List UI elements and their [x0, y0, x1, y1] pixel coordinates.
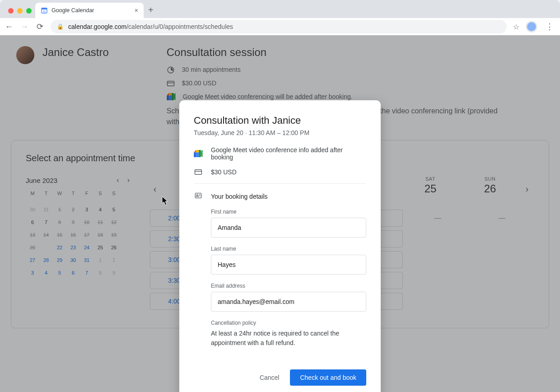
divider — [194, 183, 366, 184]
policy-text: At least a 24hr notice is required to ca… — [211, 329, 366, 348]
policy-label: Cancellation policy — [211, 320, 366, 326]
browser-toolbar: ← → ⟳ 🔒 calendar.google.com/calendar/u/0… — [0, 18, 560, 35]
address-bar[interactable]: 🔒 calendar.google.com/calendar/u/0/appoi… — [51, 20, 507, 33]
new-tab-button[interactable]: + — [144, 5, 158, 18]
overflow-menu-icon[interactable]: ⋮ — [544, 22, 555, 32]
checkout-book-button[interactable]: Check out and book — [290, 369, 366, 386]
bookmark-icon[interactable]: ☆ — [513, 23, 519, 31]
page-body: Janice Castro Consultation session 30 mi… — [0, 35, 560, 392]
booking-details-heading: Your booking details — [211, 193, 268, 200]
svg-text:31: 31 — [43, 10, 46, 13]
payment-icon — [194, 168, 203, 176]
forward-button: → — [20, 22, 29, 32]
cancel-button[interactable]: Cancel — [258, 370, 281, 385]
last-name-input[interactable] — [211, 255, 366, 275]
modal-meet-line: Google Meet video conference info added … — [211, 146, 366, 161]
calendar-favicon-icon: 31 — [41, 7, 48, 14]
url-host: calendar.google.com — [68, 23, 126, 30]
first-name-label: First name — [211, 209, 366, 215]
email-input[interactable] — [211, 292, 366, 312]
lock-icon: 🔒 — [57, 23, 64, 30]
svg-rect-1 — [42, 8, 47, 9]
window-controls — [6, 8, 35, 18]
email-label: Email address — [211, 283, 366, 289]
modal-subtitle: Tuesday, June 20 · 11:30 AM – 12:00 PM — [194, 129, 366, 136]
first-name-input[interactable] — [211, 218, 366, 238]
booking-modal: Consultation with Janice Tuesday, June 2… — [179, 100, 381, 392]
modal-price: $30 USD — [211, 168, 237, 176]
contact-card-icon — [194, 192, 203, 201]
svg-point-9 — [196, 195, 198, 196]
profile-avatar-icon[interactable] — [526, 21, 537, 33]
url-path: /calendar/u/0/appointments/schedules — [126, 23, 233, 30]
svg-rect-6 — [195, 170, 202, 175]
tab-title: Google Calendar — [51, 7, 131, 14]
reload-button[interactable]: ⟳ — [35, 22, 44, 32]
tab-close-icon[interactable]: × — [135, 7, 138, 14]
back-button[interactable]: ← — [5, 22, 14, 32]
maximize-window-icon[interactable] — [26, 8, 32, 14]
browser-chrome: 31 Google Calendar × + ← → ⟳ 🔒 calendar.… — [0, 0, 560, 35]
google-meet-icon — [194, 150, 203, 157]
minimize-window-icon[interactable] — [17, 8, 23, 14]
close-window-icon[interactable] — [8, 8, 14, 14]
browser-tab[interactable]: 31 Google Calendar × — [35, 3, 144, 18]
modal-title: Consultation with Janice — [194, 115, 366, 126]
last-name-label: Last name — [211, 246, 366, 252]
